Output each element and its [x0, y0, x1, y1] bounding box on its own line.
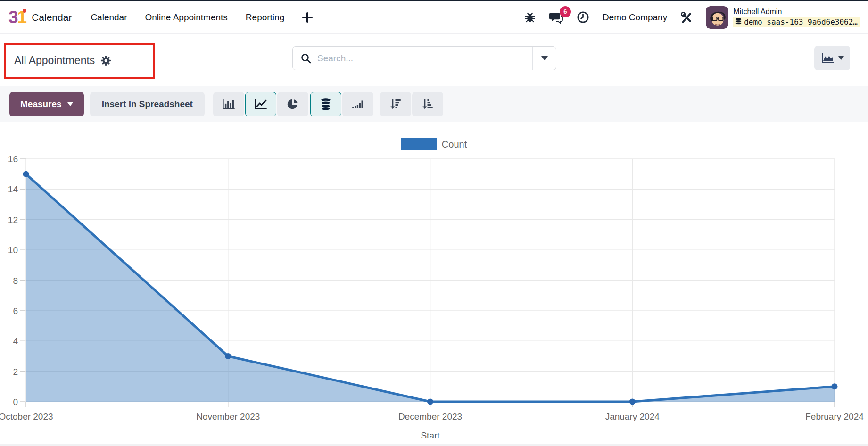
sort-ascending-icon	[421, 98, 434, 110]
line-chart-icon	[254, 98, 268, 110]
bar-chart-button[interactable]	[213, 92, 244, 116]
activity-clock-icon[interactable]	[577, 11, 589, 24]
sort-group	[380, 92, 443, 116]
bug-icon[interactable]	[524, 11, 536, 24]
data-point[interactable]	[832, 383, 838, 389]
database-icon	[735, 18, 742, 25]
chart-legend[interactable]: Count	[0, 138, 868, 150]
chevron-down-icon	[541, 56, 548, 60]
app-switcher-logo[interactable]: 31	[8, 8, 26, 26]
page-title: All Appointments	[14, 54, 95, 67]
user-name: Mitchell Admin	[733, 8, 860, 16]
data-point[interactable]	[629, 399, 636, 405]
cumulative-toggle-button[interactable]	[342, 92, 373, 116]
x-tick-label: December 2023	[398, 412, 462, 421]
company-switcher[interactable]: Demo Company	[603, 12, 667, 23]
y-tick-label: 6	[13, 306, 18, 316]
search-bar	[292, 46, 556, 70]
x-tick-label: February 2024	[805, 412, 864, 421]
x-axis-title: Start	[421, 430, 440, 440]
message-count-badge[interactable]: 6	[560, 6, 571, 17]
line-chart-button[interactable]	[245, 92, 276, 116]
data-point[interactable]	[23, 171, 29, 177]
app-name[interactable]: Calendar	[32, 12, 72, 23]
area-chart-icon	[821, 52, 835, 64]
insert-in-spreadsheet-button[interactable]: Insert in Spreadsheet	[90, 92, 205, 116]
tools-icon[interactable]	[680, 11, 693, 24]
x-tick-label: January 2024	[605, 412, 660, 421]
sort-descending-button[interactable]	[380, 92, 411, 116]
legend-swatch	[401, 138, 437, 150]
data-point[interactable]	[427, 399, 433, 405]
cumulative-bars-icon	[351, 98, 364, 110]
y-tick-label: 12	[8, 215, 18, 225]
window-bottom-edge	[0, 444, 868, 446]
legend-label: Count	[442, 139, 467, 150]
y-tick-label: 8	[13, 276, 18, 286]
y-tick-label: 10	[8, 245, 18, 255]
chart-canvas[interactable]: 0246810121416October 2023November 2023De…	[0, 151, 868, 446]
data-point[interactable]	[225, 353, 231, 359]
line-chart[interactable]: Count 0246810121416October 2023November …	[0, 122, 868, 446]
bar-chart-icon	[222, 98, 236, 110]
pie-chart-icon	[287, 98, 299, 110]
menu-online-appointments[interactable]: Online Appointments	[145, 12, 228, 23]
search-input[interactable]	[317, 53, 532, 64]
y-tick-label: 14	[8, 184, 18, 194]
messages-icon[interactable]: 6	[549, 11, 563, 24]
y-tick-label: 4	[13, 336, 18, 346]
pie-chart-button[interactable]	[277, 92, 308, 116]
y-tick-label: 16	[8, 154, 18, 164]
search-icon	[293, 53, 317, 64]
database-pill: demo_saas-163_9a6d6e3062…	[733, 17, 860, 27]
user-menu[interactable]: Mitchell Admin demo_saas-163_9a6d6e3062…	[706, 6, 860, 29]
x-tick-label: November 2023	[196, 412, 260, 421]
chevron-down-icon	[67, 102, 73, 106]
menu-calendar[interactable]: Calendar	[91, 12, 127, 23]
control-panel: All Appointments	[0, 34, 868, 86]
chart-toolbar: Measures Insert in Spreadsheet	[0, 86, 868, 122]
main-menu: Calendar Online Appointments Reporting	[91, 12, 284, 23]
sort-ascending-button[interactable]	[412, 92, 443, 116]
database-name: demo_saas-163_9a6d6e3062…	[744, 17, 858, 26]
breadcrumb: All Appointments	[14, 54, 111, 67]
y-tick-label: 0	[13, 397, 18, 407]
line-options-group	[310, 92, 373, 116]
systray: 6 Demo Company	[524, 6, 860, 29]
menu-reporting[interactable]: Reporting	[246, 12, 284, 23]
x-tick-label: October 2023	[0, 412, 53, 421]
chevron-down-icon	[838, 56, 844, 60]
navbar: 31 Calendar Calendar Online Appointments…	[0, 1, 868, 34]
view-switcher-button[interactable]	[814, 46, 850, 70]
measures-button[interactable]: Measures	[9, 92, 84, 116]
search-dropdown-toggle[interactable]	[532, 47, 556, 70]
stacked-toggle-button[interactable]	[310, 92, 341, 116]
plus-icon[interactable]	[302, 12, 313, 23]
gear-icon[interactable]	[100, 55, 111, 66]
sort-descending-icon	[389, 98, 402, 110]
chart-type-group	[213, 92, 308, 116]
y-tick-label: 2	[13, 367, 18, 377]
stacked-icon	[320, 98, 332, 111]
avatar[interactable]	[706, 6, 728, 29]
